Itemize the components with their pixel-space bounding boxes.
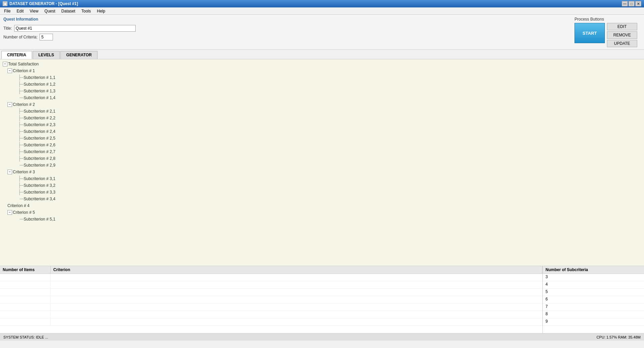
right-table-header: Number of Subcriteria	[543, 266, 644, 274]
subcriterion-2-6-label: Subcriterion # 2,6	[24, 142, 55, 148]
tab-generator[interactable]: GENERATOR	[60, 51, 97, 59]
subcriterion-2-9[interactable]: Subcriterion # 2,9	[17, 162, 641, 169]
cpu-ram-text: CPU: 1.57% RAM: 35.48M	[596, 335, 641, 339]
subcriterion-3-2[interactable]: Subcriterion # 3,2	[17, 182, 641, 189]
subcriterion-1-2[interactable]: Subcriterion # 1,2	[17, 81, 641, 88]
row2-criterion	[51, 281, 542, 288]
bottom-left-header: Number of Items Criterion	[0, 266, 542, 274]
subcriterion-3-2-label: Subcriterion # 3,2	[24, 182, 55, 188]
subcriterion-2-1[interactable]: Subcriterion # 2,1	[17, 108, 641, 115]
minimize-button[interactable]: —	[622, 1, 628, 6]
criterion-3-subcriteria: Subcriterion # 3,1 Subcriterion # 3,2 Su…	[17, 175, 641, 202]
subcriterion-2-7[interactable]: Subcriterion # 2,7	[17, 148, 641, 155]
subcriterion-3-3[interactable]: Subcriterion # 3,3	[17, 189, 641, 196]
side-buttons: EDIT REMOVE UPDATE	[607, 23, 637, 47]
main-area: Quest Information Title: Number of Crite…	[0, 15, 644, 341]
tab-levels[interactable]: LEVELS	[33, 51, 60, 59]
right-row-2: 4	[543, 281, 644, 289]
tree-panel[interactable]: − Total Satisfaction − Criterion # 1	[0, 59, 644, 266]
menu-file[interactable]: File	[1, 8, 13, 14]
subcriterion-1-4-label: Subcriterion # 1,4	[24, 95, 55, 101]
subcriterion-2-3[interactable]: Subcriterion # 2,3	[17, 121, 641, 128]
num-criteria-input[interactable]	[39, 34, 53, 40]
criterion-2-group: − Criterion # 2 Subcriterion # 2,1 Subcr…	[7, 101, 641, 169]
title-bar-left: ■ DATASET GENERATOR - [Quest #1]	[3, 1, 78, 6]
subcriterion-2-9-label: Subcriterion # 2,9	[24, 162, 55, 168]
menu-dataset[interactable]: Dataset	[59, 8, 78, 14]
subcriterion-2-8[interactable]: Subcriterion # 2,8	[17, 155, 641, 162]
subcriterion-3-4[interactable]: Subcriterion # 3,4	[17, 196, 641, 202]
bottom-left-table: Number of Items Criterion	[0, 266, 543, 333]
remove-button[interactable]: REMOVE	[607, 31, 637, 39]
menu-bar: File Edit View Quest Dataset Tools Help	[0, 7, 644, 15]
subcriterion-2-5[interactable]: Subcriterion # 2,5	[17, 135, 641, 142]
criterion-3-item[interactable]: − Criterion # 3	[7, 169, 641, 175]
tree-root-item[interactable]: − Total Satisfaction	[3, 61, 641, 67]
title-label: Title:	[3, 26, 12, 31]
start-button[interactable]: START	[575, 23, 605, 43]
criterion-2-collapse-icon[interactable]: −	[7, 102, 12, 107]
close-button[interactable]: ✕	[635, 1, 641, 6]
menu-edit[interactable]: Edit	[14, 8, 26, 14]
criterion-1-group: − Criterion # 1 Subcriterion # 1,1	[7, 67, 641, 101]
status-bar: SYSTEM STATUS: IDLE ... CPU: 1.57% RAM: …	[0, 333, 644, 341]
col-num-items: Number of Items	[0, 266, 51, 273]
tree-root-node: − Total Satisfaction − Criterion # 1	[3, 61, 641, 223]
edit-button[interactable]: EDIT	[607, 23, 637, 30]
right-row-5: 7	[543, 303, 644, 311]
criterion-5-label: Criterion # 5	[13, 209, 35, 215]
criterion-3-collapse-icon[interactable]: −	[7, 170, 12, 174]
bottom-left-row-5	[0, 303, 542, 311]
tabs-section: CRITERIA LEVELS GENERATOR	[0, 50, 644, 59]
row2-num	[0, 281, 51, 288]
tab-criteria[interactable]: CRITERIA	[1, 51, 32, 59]
right-row-7: 9	[543, 318, 644, 326]
criterion-2-item[interactable]: − Criterion # 2	[7, 101, 641, 108]
subcriterion-3-4-label: Subcriterion # 3,4	[24, 196, 55, 202]
row3-num	[0, 289, 51, 296]
menu-quest[interactable]: Quest	[42, 8, 58, 14]
criterion-1-collapse-icon[interactable]: −	[7, 68, 12, 73]
criterion-1-label: Criterion # 1	[13, 68, 35, 74]
process-label: Process Buttons	[575, 17, 604, 22]
criterion-5-subcriteria: Subcriterion # 5,1	[17, 216, 641, 223]
bottom-left-row-4	[0, 296, 542, 303]
menu-view[interactable]: View	[27, 8, 41, 14]
restore-button[interactable]: □	[628, 1, 635, 6]
subcriterion-1-3[interactable]: Subcriterion # 1,3	[17, 88, 641, 94]
row4-num	[0, 296, 51, 303]
subcriterion-2-6[interactable]: Subcriterion # 2,6	[17, 142, 641, 148]
criterion-5-collapse-icon[interactable]: −	[7, 210, 12, 215]
root-collapse-icon[interactable]: −	[3, 62, 7, 66]
menu-tools[interactable]: Tools	[79, 8, 93, 14]
subcriterion-2-4-label: Subcriterion # 2,4	[24, 128, 55, 135]
subcriterion-2-2[interactable]: Subcriterion # 2,2	[17, 115, 641, 121]
subcriterion-1-1[interactable]: Subcriterion # 1,1	[17, 74, 641, 81]
bottom-left-row-2	[0, 281, 542, 289]
title-input[interactable]	[14, 25, 136, 32]
subcriterion-1-4[interactable]: Subcriterion # 1,4	[17, 94, 641, 101]
subcriterion-3-3-label: Subcriterion # 3,3	[24, 189, 55, 195]
menu-help[interactable]: Help	[94, 8, 108, 14]
col-criterion: Criterion	[51, 266, 542, 273]
subcriterion-3-1[interactable]: Subcriterion # 3,1	[17, 175, 641, 182]
quest-info-section: Quest Information Title: Number of Crite…	[0, 15, 644, 50]
subcriterion-5-1[interactable]: Subcriterion # 5,1	[17, 216, 641, 223]
subcriterion-2-3-label: Subcriterion # 2,3	[24, 122, 55, 128]
subcriterion-2-1-label: Subcriterion # 2,1	[24, 108, 55, 114]
criterion-1-item[interactable]: − Criterion # 1	[7, 67, 641, 74]
bottom-left-row-1	[0, 274, 542, 281]
root-label: Total Satisfaction	[8, 61, 39, 67]
criterion-4-item[interactable]: Criterion # 4	[7, 202, 641, 209]
title-bar-controls: — □ ✕	[622, 1, 641, 6]
row1-criterion	[51, 274, 542, 281]
criterion-5-item[interactable]: − Criterion # 5	[7, 209, 641, 216]
update-button[interactable]: UPDATE	[607, 40, 637, 47]
bottom-left-row-3	[0, 289, 542, 296]
row1-num	[0, 274, 51, 281]
subcriterion-1-1-label: Subcriterion # 1,1	[24, 75, 55, 81]
window-title: DATASET GENERATOR - [Quest #1]	[9, 1, 78, 6]
subcriterion-1-3-label: Subcriterion # 1,3	[24, 88, 55, 94]
subcriterion-2-4[interactable]: Subcriterion # 2,4	[17, 128, 641, 135]
title-field-row: Title:	[3, 25, 136, 32]
